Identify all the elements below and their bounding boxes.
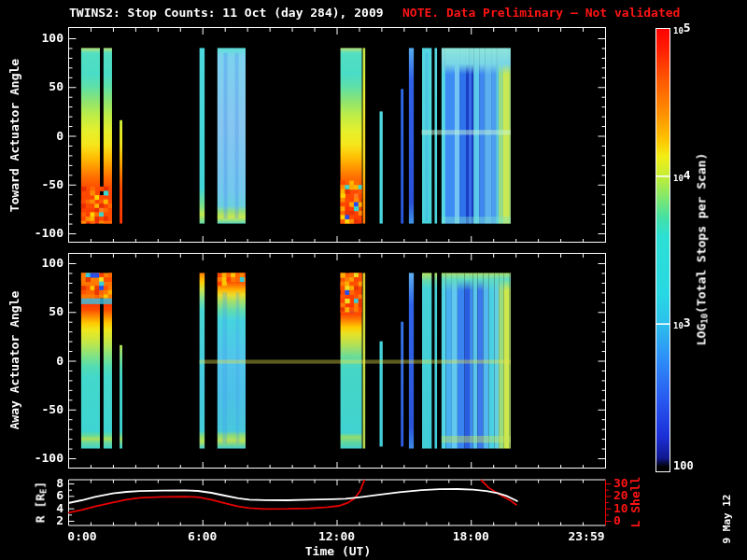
page-title: TWINS2: Stop Counts: 11 Oct (day 284), 2… (69, 7, 384, 20)
panel1-ytick-label: 50 (24, 80, 63, 93)
time-tick-label: 18:00 (443, 530, 499, 543)
panel2-ytick-label: 50 (24, 305, 63, 318)
panel1-y-axis-title: Toward Actuator Angle (8, 59, 21, 212)
preliminary-note: NOTE. Data Preliminary — Not validated (402, 7, 680, 20)
colorbar-tick-label: 103 (673, 316, 691, 332)
panel1-ytick-label: -100 (24, 227, 63, 240)
datestamp: 9 May 12 (721, 495, 734, 544)
colorbar-axis-title: LOG10(Total Stops per Scan) (696, 153, 712, 346)
panel2-ytick-label: -100 (24, 452, 63, 465)
twins2-stop-counts-figure: TWINS2: Stop Counts: 11 Oct (day 284), 2… (0, 0, 747, 560)
l-shell-axis-title: L Shell (629, 477, 642, 528)
time-axis-title: Time (UT) (282, 545, 394, 558)
panel2-ytick-label: 0 (24, 355, 63, 368)
panel2-ytick-label: -50 (24, 403, 63, 416)
time-tick-label: 0:00 (54, 530, 110, 543)
time-tick-label: 23:59 (558, 530, 614, 543)
panel1-ytick-label: -50 (24, 178, 63, 191)
time-tick-label: 6:00 (175, 530, 231, 543)
panel2-ytick-label: 100 (24, 257, 63, 270)
colorbar-tick-label: 100 (673, 459, 694, 472)
r-tick-label: 2 (24, 514, 63, 527)
panel1-ytick-label: 100 (24, 32, 63, 45)
colorbar-tick-label: 105 (673, 21, 691, 37)
colorbar-tick-label: 104 (673, 169, 691, 185)
panel2-y-axis-title: Away Actuator Angle (8, 291, 21, 430)
l-shell-tick-label: 0 (613, 514, 621, 527)
time-tick-label: 12:00 (309, 530, 365, 543)
panel1-ytick-label: 0 (24, 130, 63, 143)
